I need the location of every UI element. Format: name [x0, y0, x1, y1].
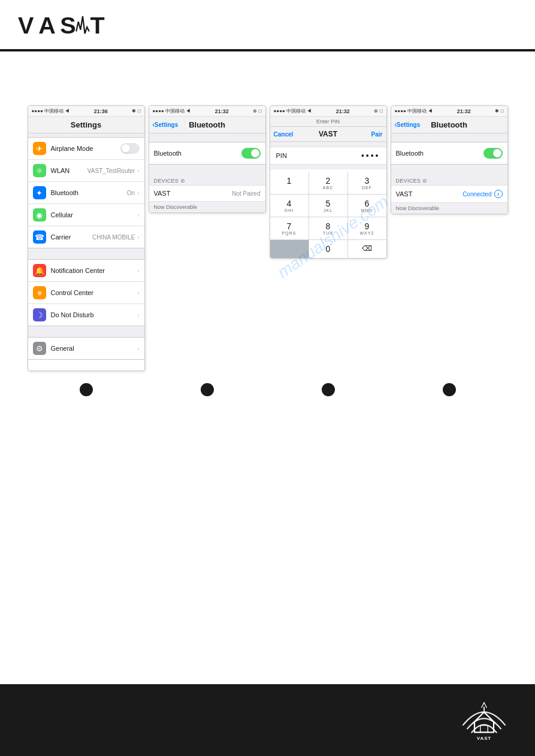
- control-icon: ⊕: [33, 286, 46, 299]
- dnd-icon: ☽: [33, 308, 46, 321]
- step-dot-container-4: [391, 383, 508, 396]
- general-label: General: [51, 345, 138, 352]
- control-arrow: ›: [137, 290, 139, 296]
- settings-row-wlan[interactable]: ⚛ WLAN VAST_TestRouter ›: [28, 160, 144, 182]
- icons-3: ⊕ □: [374, 108, 382, 114]
- numpad-key-9[interactable]: 9WXYZ: [348, 217, 386, 239]
- settings-group-3: ⚙ General ›: [28, 337, 144, 360]
- pin-field-row: PIN ••••: [270, 147, 386, 165]
- back-button-4[interactable]: ‹ Settings: [395, 122, 421, 128]
- wlan-value: VAST_TestRouter: [87, 168, 135, 174]
- status-bar-2: ●●●● 中国移动 ◀ 21:32 ⊕ □: [149, 106, 265, 117]
- airplane-icon: ✈: [33, 142, 46, 155]
- numpad-key-empty: [270, 240, 309, 258]
- info-button-4[interactable]: i: [494, 190, 503, 198]
- numpad-key-5[interactable]: 5JKL: [309, 195, 347, 217]
- bt-device-name-4: VAST: [396, 190, 413, 198]
- bluetooth-arrow: ›: [137, 190, 139, 196]
- numpad-key-1[interactable]: 1: [270, 172, 309, 194]
- icons-1: ✱ □: [132, 108, 140, 114]
- pin-cancel-button[interactable]: Cancel: [274, 131, 294, 138]
- numpad-key-2[interactable]: 2ABC: [309, 172, 347, 194]
- general-arrow: ›: [137, 345, 139, 352]
- notifications-icon: 🔔: [33, 264, 46, 277]
- nav-title-1: Settings: [71, 120, 101, 129]
- settings-row-dnd[interactable]: ☽ Do Not Disturb ›: [28, 304, 144, 326]
- wlan-label: WLAN: [51, 167, 87, 174]
- bt-device-row-4[interactable]: VAST Connected i: [391, 185, 507, 203]
- carrier-value: CHINA MOBILE: [92, 234, 135, 241]
- control-label: Control Center: [51, 289, 138, 296]
- numpad-key-4[interactable]: 4GHI: [270, 195, 309, 217]
- bt-discoverable-2: Now Discoverable: [149, 202, 265, 212]
- svg-rect-5: [480, 725, 488, 733]
- svg-text:VAST: VAST: [477, 736, 491, 741]
- dnd-label: Do Not Disturb: [51, 311, 138, 318]
- carrier-icon: ☎: [33, 230, 46, 244]
- pin-header: Cancel VAST Pair: [270, 127, 386, 142]
- numpad-key-6[interactable]: 6MNO: [348, 195, 386, 217]
- bt-toggle-group-2: Bluetooth: [149, 142, 265, 165]
- step-dot-1: [80, 383, 93, 396]
- icons-2: ⊕ □: [253, 108, 261, 114]
- settings-row-bluetooth[interactable]: ✦ Bluetooth On ›: [28, 182, 144, 204]
- carrier-1: ●●●● 中国移动 ◀: [32, 108, 70, 114]
- numpad: 1 2ABC 3DEF 4GHI 5JKL 6MNO 7PQRS 8TUV 9W…: [270, 172, 386, 258]
- numpad-key-7[interactable]: 7PQRS: [270, 217, 309, 239]
- bt-device-status-2: Not Paired: [232, 190, 260, 197]
- step-dot-container-3: [270, 383, 387, 396]
- phone-bluetooth-connected: ●●●● 中国移动 ◀ 21:32 ✱ □ ‹ Settings Bluetoo…: [391, 105, 508, 214]
- dnd-arrow: ›: [137, 312, 139, 318]
- cellular-arrow: ›: [137, 212, 139, 218]
- bt-toggle-label-2: Bluetooth: [154, 150, 241, 157]
- bt-toggle-2[interactable]: [241, 148, 261, 159]
- phone-settings: ●●●● 中国移动 ◀ 21:36 ✱ □ Settings ✈ Airplan…: [28, 105, 145, 371]
- bluetooth-value: On: [127, 190, 135, 196]
- pin-title: VAST: [319, 130, 337, 138]
- icons-4: ✱ □: [495, 108, 503, 114]
- carrier-2: ●●●● 中国移动 ◀: [153, 108, 191, 114]
- bt-toggle-row-2[interactable]: Bluetooth: [149, 142, 265, 164]
- bt-device-row-2[interactable]: VAST Not Paired: [149, 185, 265, 202]
- settings-row-airplane[interactable]: ✈ Airplane Mode: [28, 138, 144, 160]
- airplane-toggle[interactable]: [120, 143, 140, 154]
- bt-section-2: Bluetooth DEVICES ⊘ VAST Not Paired Now …: [149, 133, 265, 212]
- footer-vast-logo: VAST: [457, 696, 511, 744]
- page-header: V A S T: [0, 0, 535, 51]
- bluetooth-label: Bluetooth: [51, 189, 127, 196]
- settings-row-notifications[interactable]: 🔔 Notification Center ›: [28, 260, 144, 282]
- nav-bar-2: ‹ Settings Bluetooth: [149, 117, 265, 133]
- pin-pair-button[interactable]: Pair: [371, 131, 383, 138]
- step-dot-container-1: [28, 383, 145, 396]
- svg-marker-4: [473, 712, 495, 733]
- carrier-3: ●●●● 中国移动 ◀: [274, 108, 312, 114]
- numpad-key-8[interactable]: 8TUV: [309, 217, 347, 239]
- settings-row-carrier[interactable]: ☎ Carrier CHINA MOBILE ›: [28, 226, 144, 248]
- bt-toggle-label-4: Bluetooth: [396, 150, 483, 157]
- bt-toggle-4[interactable]: [483, 148, 503, 159]
- time-2: 21:32: [215, 108, 229, 114]
- numpad-key-0[interactable]: 0: [309, 240, 347, 258]
- bt-section-4: Bluetooth DEVICES ⊘ VAST Connected i Now…: [391, 133, 507, 214]
- wlan-arrow: ›: [137, 168, 139, 174]
- nav-title-4: Bluetooth: [431, 120, 467, 129]
- step-dot-4: [443, 383, 456, 396]
- numpad-key-3[interactable]: 3DEF: [348, 172, 386, 194]
- bt-device-status-4: Connected: [463, 191, 491, 198]
- status-bar-4: ●●●● 中国移动 ◀ 21:32 ✱ □: [391, 106, 507, 117]
- nav-title-2: Bluetooth: [189, 120, 225, 129]
- bt-devices-header-4: DEVICES ⊘: [391, 175, 507, 185]
- settings-row-control[interactable]: ⊕ Control Center ›: [28, 282, 144, 304]
- step-dot-3: [322, 383, 335, 396]
- time-3: 21:32: [336, 108, 350, 114]
- step-dots-row: [22, 383, 513, 396]
- settings-row-cellular[interactable]: ◉ Cellular ›: [28, 204, 144, 226]
- notifications-arrow: ›: [137, 268, 139, 274]
- settings-group-1: ✈ Airplane Mode ⚛ WLAN VAST_TestRouter ›…: [28, 137, 144, 248]
- main-content: manualshive.com ●●●● 中国移动 ◀ 21:36 ✱ □ Se…: [0, 51, 535, 414]
- settings-row-general[interactable]: ⚙ General ›: [28, 338, 144, 359]
- back-button-2[interactable]: ‹ Settings: [153, 122, 179, 128]
- svg-text:V: V: [18, 12, 34, 38]
- numpad-delete-key[interactable]: ⌫: [348, 240, 386, 258]
- bt-toggle-row-4[interactable]: Bluetooth: [391, 142, 507, 164]
